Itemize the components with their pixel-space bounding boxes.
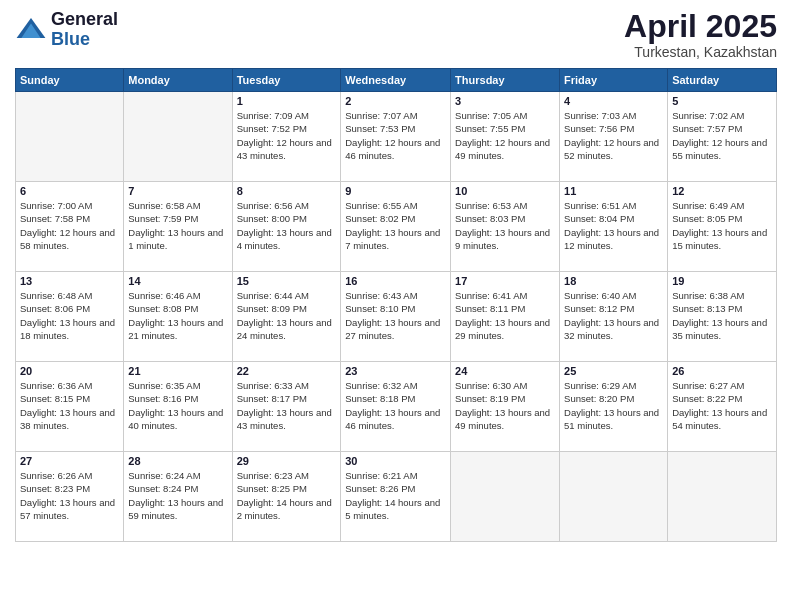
day-number: 26 — [672, 365, 772, 377]
day-number: 18 — [564, 275, 663, 287]
day-number: 22 — [237, 365, 337, 377]
day-number: 19 — [672, 275, 772, 287]
calendar-cell: 13Sunrise: 6:48 AMSunset: 8:06 PMDayligh… — [16, 272, 124, 362]
calendar-cell: 1Sunrise: 7:09 AMSunset: 7:52 PMDaylight… — [232, 92, 341, 182]
calendar-cell: 21Sunrise: 6:35 AMSunset: 8:16 PMDayligh… — [124, 362, 232, 452]
header-monday: Monday — [124, 69, 232, 92]
calendar-cell: 5Sunrise: 7:02 AMSunset: 7:57 PMDaylight… — [668, 92, 777, 182]
calendar-week-row-3: 20Sunrise: 6:36 AMSunset: 8:15 PMDayligh… — [16, 362, 777, 452]
header-friday: Friday — [560, 69, 668, 92]
logo-general: General — [51, 9, 118, 29]
day-number: 9 — [345, 185, 446, 197]
calendar-cell: 16Sunrise: 6:43 AMSunset: 8:10 PMDayligh… — [341, 272, 451, 362]
day-number: 30 — [345, 455, 446, 467]
day-info: Sunrise: 6:21 AMSunset: 8:26 PMDaylight:… — [345, 469, 446, 522]
calendar-cell — [668, 452, 777, 542]
day-info: Sunrise: 6:49 AMSunset: 8:05 PMDaylight:… — [672, 199, 772, 252]
calendar-cell: 3Sunrise: 7:05 AMSunset: 7:55 PMDaylight… — [451, 92, 560, 182]
day-info: Sunrise: 6:24 AMSunset: 8:24 PMDaylight:… — [128, 469, 227, 522]
day-number: 14 — [128, 275, 227, 287]
day-number: 23 — [345, 365, 446, 377]
day-info: Sunrise: 6:38 AMSunset: 8:13 PMDaylight:… — [672, 289, 772, 342]
calendar-cell: 4Sunrise: 7:03 AMSunset: 7:56 PMDaylight… — [560, 92, 668, 182]
day-info: Sunrise: 6:55 AMSunset: 8:02 PMDaylight:… — [345, 199, 446, 252]
calendar-cell: 28Sunrise: 6:24 AMSunset: 8:24 PMDayligh… — [124, 452, 232, 542]
calendar-cell: 14Sunrise: 6:46 AMSunset: 8:08 PMDayligh… — [124, 272, 232, 362]
day-number: 2 — [345, 95, 446, 107]
day-number: 6 — [20, 185, 119, 197]
calendar-cell: 27Sunrise: 6:26 AMSunset: 8:23 PMDayligh… — [16, 452, 124, 542]
calendar-cell: 7Sunrise: 6:58 AMSunset: 7:59 PMDaylight… — [124, 182, 232, 272]
day-info: Sunrise: 6:23 AMSunset: 8:25 PMDaylight:… — [237, 469, 337, 522]
header: General Blue April 2025 Turkestan, Kazak… — [15, 10, 777, 60]
day-info: Sunrise: 7:05 AMSunset: 7:55 PMDaylight:… — [455, 109, 555, 162]
day-info: Sunrise: 6:56 AMSunset: 8:00 PMDaylight:… — [237, 199, 337, 252]
calendar-cell: 17Sunrise: 6:41 AMSunset: 8:11 PMDayligh… — [451, 272, 560, 362]
day-number: 21 — [128, 365, 227, 377]
day-info: Sunrise: 6:48 AMSunset: 8:06 PMDaylight:… — [20, 289, 119, 342]
calendar-cell: 12Sunrise: 6:49 AMSunset: 8:05 PMDayligh… — [668, 182, 777, 272]
calendar-cell: 19Sunrise: 6:38 AMSunset: 8:13 PMDayligh… — [668, 272, 777, 362]
day-number: 24 — [455, 365, 555, 377]
day-info: Sunrise: 6:26 AMSunset: 8:23 PMDaylight:… — [20, 469, 119, 522]
title-block: April 2025 Turkestan, Kazakhstan — [624, 10, 777, 60]
day-info: Sunrise: 7:02 AMSunset: 7:57 PMDaylight:… — [672, 109, 772, 162]
day-info: Sunrise: 6:44 AMSunset: 8:09 PMDaylight:… — [237, 289, 337, 342]
header-tuesday: Tuesday — [232, 69, 341, 92]
day-info: Sunrise: 6:27 AMSunset: 8:22 PMDaylight:… — [672, 379, 772, 432]
logo-text: General Blue — [51, 10, 118, 50]
day-number: 11 — [564, 185, 663, 197]
page: General Blue April 2025 Turkestan, Kazak… — [0, 0, 792, 612]
calendar-cell: 22Sunrise: 6:33 AMSunset: 8:17 PMDayligh… — [232, 362, 341, 452]
header-saturday: Saturday — [668, 69, 777, 92]
header-thursday: Thursday — [451, 69, 560, 92]
calendar-header-row: Sunday Monday Tuesday Wednesday Thursday… — [16, 69, 777, 92]
calendar-week-row-2: 13Sunrise: 6:48 AMSunset: 8:06 PMDayligh… — [16, 272, 777, 362]
calendar-cell — [124, 92, 232, 182]
calendar-cell: 10Sunrise: 6:53 AMSunset: 8:03 PMDayligh… — [451, 182, 560, 272]
day-info: Sunrise: 6:43 AMSunset: 8:10 PMDaylight:… — [345, 289, 446, 342]
day-number: 5 — [672, 95, 772, 107]
subtitle: Turkestan, Kazakhstan — [624, 44, 777, 60]
day-number: 27 — [20, 455, 119, 467]
day-info: Sunrise: 6:33 AMSunset: 8:17 PMDaylight:… — [237, 379, 337, 432]
day-info: Sunrise: 7:09 AMSunset: 7:52 PMDaylight:… — [237, 109, 337, 162]
day-number: 17 — [455, 275, 555, 287]
day-info: Sunrise: 6:51 AMSunset: 8:04 PMDaylight:… — [564, 199, 663, 252]
calendar-cell: 24Sunrise: 6:30 AMSunset: 8:19 PMDayligh… — [451, 362, 560, 452]
day-number: 15 — [237, 275, 337, 287]
logo: General Blue — [15, 10, 118, 50]
calendar-cell — [451, 452, 560, 542]
day-info: Sunrise: 6:35 AMSunset: 8:16 PMDaylight:… — [128, 379, 227, 432]
day-number: 25 — [564, 365, 663, 377]
calendar-cell — [560, 452, 668, 542]
calendar-cell: 9Sunrise: 6:55 AMSunset: 8:02 PMDaylight… — [341, 182, 451, 272]
calendar-cell: 29Sunrise: 6:23 AMSunset: 8:25 PMDayligh… — [232, 452, 341, 542]
day-number: 8 — [237, 185, 337, 197]
calendar-cell: 2Sunrise: 7:07 AMSunset: 7:53 PMDaylight… — [341, 92, 451, 182]
day-info: Sunrise: 6:41 AMSunset: 8:11 PMDaylight:… — [455, 289, 555, 342]
logo-blue: Blue — [51, 29, 90, 49]
calendar-cell: 30Sunrise: 6:21 AMSunset: 8:26 PMDayligh… — [341, 452, 451, 542]
calendar-table: Sunday Monday Tuesday Wednesday Thursday… — [15, 68, 777, 542]
day-info: Sunrise: 6:30 AMSunset: 8:19 PMDaylight:… — [455, 379, 555, 432]
day-number: 29 — [237, 455, 337, 467]
day-number: 16 — [345, 275, 446, 287]
calendar-cell: 18Sunrise: 6:40 AMSunset: 8:12 PMDayligh… — [560, 272, 668, 362]
day-number: 12 — [672, 185, 772, 197]
day-info: Sunrise: 6:36 AMSunset: 8:15 PMDaylight:… — [20, 379, 119, 432]
calendar-cell — [16, 92, 124, 182]
day-info: Sunrise: 6:53 AMSunset: 8:03 PMDaylight:… — [455, 199, 555, 252]
calendar-cell: 25Sunrise: 6:29 AMSunset: 8:20 PMDayligh… — [560, 362, 668, 452]
day-number: 4 — [564, 95, 663, 107]
day-info: Sunrise: 7:07 AMSunset: 7:53 PMDaylight:… — [345, 109, 446, 162]
day-info: Sunrise: 6:29 AMSunset: 8:20 PMDaylight:… — [564, 379, 663, 432]
day-number: 13 — [20, 275, 119, 287]
calendar-week-row-4: 27Sunrise: 6:26 AMSunset: 8:23 PMDayligh… — [16, 452, 777, 542]
day-info: Sunrise: 6:58 AMSunset: 7:59 PMDaylight:… — [128, 199, 227, 252]
calendar-cell: 15Sunrise: 6:44 AMSunset: 8:09 PMDayligh… — [232, 272, 341, 362]
calendar-cell: 20Sunrise: 6:36 AMSunset: 8:15 PMDayligh… — [16, 362, 124, 452]
day-info: Sunrise: 7:03 AMSunset: 7:56 PMDaylight:… — [564, 109, 663, 162]
calendar-week-row-1: 6Sunrise: 7:00 AMSunset: 7:58 PMDaylight… — [16, 182, 777, 272]
header-sunday: Sunday — [16, 69, 124, 92]
